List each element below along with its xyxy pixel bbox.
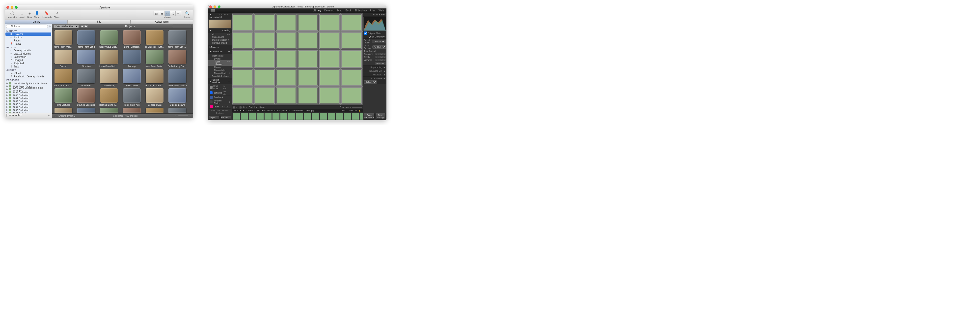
project-cell[interactable] (123, 108, 141, 113)
thumbnail-slider[interactable] (352, 107, 362, 108)
search-input[interactable] (6, 24, 48, 28)
project-item[interactable]: ▶▇2000 Collection (5, 94, 52, 96)
project-cell[interactable]: Notre Dame (123, 69, 141, 87)
filmstrip-thumbnail[interactable] (280, 113, 288, 120)
project-cell[interactable]: First Night at La G… (146, 69, 164, 87)
collection-item[interactable]: From iPhoto (208, 54, 232, 57)
photo-cell[interactable] (232, 32, 253, 50)
project-cell[interactable]: Intro Lectures (54, 88, 72, 106)
disclosure-icon[interactable]: ▶ (6, 94, 8, 96)
filmstrip-thumbnail[interactable] (248, 113, 256, 120)
sort-value[interactable]: Label Color (255, 106, 265, 109)
photo-cell[interactable] (319, 69, 340, 86)
module-book[interactable]: Book (345, 9, 352, 12)
project-cell[interactable]: Items From Set 5 B… (100, 50, 118, 67)
collection-item[interactable]: Photos Hidd…0 (208, 72, 232, 75)
gear-icon[interactable]: ⚙ (48, 114, 50, 117)
project-cell[interactable]: Items From Paris 2 (169, 69, 186, 87)
project-cell[interactable]: Bang+Olafsson (123, 30, 141, 48)
project-cell[interactable]: Conseil d'Etat (146, 88, 164, 106)
tab-adjustments[interactable]: Adjustments (130, 20, 193, 24)
grid-view-icon[interactable]: ▦ (233, 106, 235, 109)
close-button[interactable] (6, 6, 9, 9)
project-cell[interactable]: Luxembourg (100, 69, 118, 87)
photo-cell[interactable] (341, 69, 362, 86)
prev-button[interactable]: ◀ (80, 24, 84, 28)
reset-all-button[interactable]: Reset All (375, 62, 385, 65)
project-cell[interactable] (169, 108, 186, 113)
collection-item[interactable]: Photos Adju… (208, 69, 232, 72)
clarity-plus[interactable]: › (380, 56, 383, 58)
project-cell[interactable]: Items From Set 2 (77, 30, 95, 48)
disclosure-icon[interactable]: ▶ (6, 91, 8, 93)
project-item[interactable]: ▶▇Historic Family Photos inc Scans (5, 81, 52, 85)
project-cell[interactable]: Items From Ads (123, 88, 141, 106)
sync-metadata-button[interactable]: Sync Metadata (364, 113, 375, 120)
panel-keyword-list[interactable]: Keyword List ◀ (363, 69, 387, 73)
toolbar-name-button[interactable]: 👤Name (33, 11, 41, 18)
photo-cell[interactable] (319, 87, 340, 105)
publish-service[interactable]: BehanceSet Up… (209, 90, 231, 96)
toolbar-keywords-button[interactable]: 🔖Keywords (41, 11, 53, 18)
project-cell[interactable]: Items From 2003-4… (54, 69, 72, 87)
photo-cell[interactable] (341, 50, 362, 68)
filmstrip-thumbnail[interactable] (288, 113, 296, 120)
photo-cell[interactable] (254, 69, 275, 86)
library-item[interactable]: 📍Places (5, 42, 52, 45)
recent-item[interactable]: ▭Last Import (5, 55, 52, 59)
photo-cell[interactable] (275, 13, 297, 31)
clarity-minus2[interactable]: « (375, 56, 377, 58)
project-cell[interactable]: Atomium (77, 50, 95, 67)
recent-item[interactable]: ✕Rejected (5, 62, 52, 65)
module-print[interactable]: Print (370, 9, 375, 12)
view-grid-icon[interactable]: ▦ (159, 11, 165, 16)
module-web[interactable]: Web (379, 9, 384, 12)
setup-link[interactable]: 0 (229, 101, 230, 103)
exposure-plus2[interactable]: » (383, 53, 385, 55)
clarity-minus[interactable]: ‹ (377, 56, 380, 58)
search-gear-icon[interactable]: ⚙ (49, 25, 51, 28)
disclosure-icon[interactable]: ▶ (6, 109, 8, 111)
catalog-item[interactable]: Quick Collection + (208, 38, 232, 42)
photo-cell[interactable] (254, 13, 275, 31)
filter-lock-icon[interactable]: 🔒 (358, 109, 361, 112)
filters-off-label[interactable]: Filters Off (348, 109, 357, 112)
tab-info[interactable]: Info (68, 20, 130, 24)
toolbar-inspector-button[interactable]: ⓘInspector (7, 11, 18, 18)
project-cell[interactable]: Items From Set 4 B… (169, 30, 186, 48)
project-cell[interactable] (54, 108, 72, 113)
next-photo-icon[interactable]: ▶ (243, 109, 245, 112)
filmstrip-thumbnail[interactable] (328, 113, 335, 120)
folders-header[interactable]: ▶ Folders＋ (208, 45, 232, 50)
project-item[interactable]: ▶▇2004 Collection (5, 105, 52, 109)
exposure-minus[interactable]: ‹ (377, 53, 380, 55)
project-cell[interactable] (77, 108, 95, 113)
photo-cell[interactable] (297, 87, 318, 105)
collection-item[interactable]: Photos (208, 66, 232, 69)
photo-cell[interactable] (275, 69, 297, 86)
view-single-icon[interactable]: ▭ (165, 11, 170, 16)
filmstrip-thumbnail[interactable] (320, 113, 327, 120)
photo-cell[interactable] (341, 32, 362, 50)
project-cell[interactable]: Items From Weeks… (54, 30, 72, 48)
project-cell[interactable]: Outside Louvre (169, 88, 186, 106)
photo-cell[interactable] (232, 87, 253, 105)
setup-link[interactable]: Set Up… (223, 91, 230, 95)
photo-cell[interactable] (232, 69, 253, 86)
library-item[interactable]: ▭Photos (5, 36, 52, 39)
publish-header[interactable]: ▼ Publish Services＋ (208, 78, 232, 84)
photo-cell[interactable] (232, 50, 253, 68)
vibrance-minus[interactable]: ‹ (377, 59, 380, 61)
vibrance-plus[interactable]: › (380, 59, 383, 61)
secondary-icon[interactable]: ▫ (237, 109, 238, 112)
browser-search-input[interactable] (172, 24, 192, 28)
photo-cell[interactable] (297, 32, 318, 50)
photo-cell[interactable] (232, 13, 253, 31)
navigator-zoom-controls[interactable]: FIT FILL 1:1 3:1 (220, 14, 230, 18)
disclosure-icon[interactable]: ▶ (6, 82, 8, 84)
project-cell[interactable] (146, 108, 164, 113)
project-item[interactable]: ▶▇2001 Collection (5, 96, 52, 99)
screen-mode-icon[interactable]: ▭ (234, 109, 236, 112)
project-item[interactable]: ▶▇2003 Collection (5, 102, 52, 105)
vibrance-minus2[interactable]: « (375, 59, 377, 61)
